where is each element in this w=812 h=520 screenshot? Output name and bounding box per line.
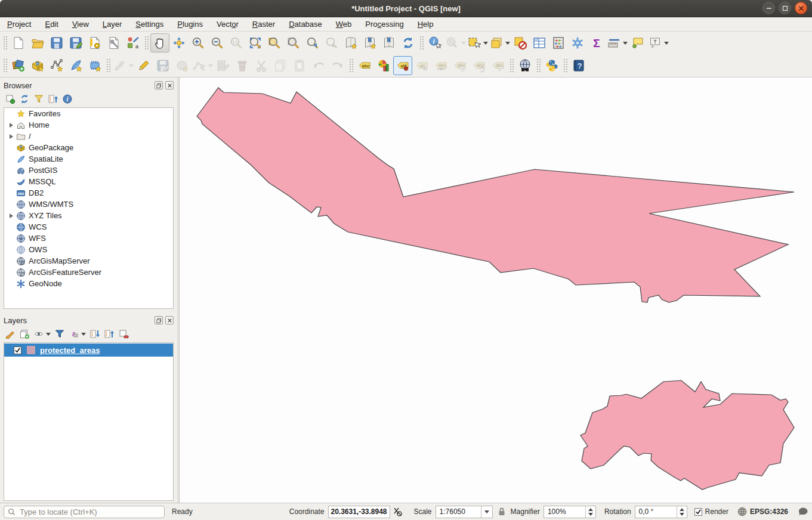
browser-item-wfs[interactable]: VWFS [4, 233, 173, 244]
browser-float-button[interactable] [155, 81, 163, 89]
collapse-all-icon[interactable] [48, 94, 58, 104]
help-button[interactable]: ? [569, 56, 588, 75]
menu-plugins[interactable]: Plugins [177, 20, 203, 29]
open-project-button[interactable] [28, 33, 47, 52]
browser-item-spatialite[interactable]: SpatiaLite [4, 153, 173, 165]
menu-view[interactable]: View [72, 20, 89, 29]
protected-area-polygon-2[interactable] [581, 380, 794, 490]
filter-browser-icon[interactable] [33, 94, 44, 104]
select-by-value-button[interactable] [489, 33, 511, 52]
expand-arrow-icon[interactable] [8, 213, 15, 218]
layer-row-protected-areas[interactable]: protected_areas [4, 343, 173, 357]
layers-close-button[interactable] [165, 316, 174, 324]
layer-styling-icon[interactable] [5, 329, 16, 339]
close-button[interactable] [795, 2, 807, 14]
toolbar-handle[interactable] [144, 36, 149, 50]
crs-globe-icon[interactable] [737, 506, 748, 517]
measure-button[interactable] [606, 33, 628, 52]
layer-diagram-button[interactable] [374, 56, 393, 75]
expand-arrow-icon[interactable] [8, 134, 15, 139]
new-geopackage-layer-button[interactable] [28, 56, 47, 75]
save-project-button[interactable] [47, 33, 66, 52]
combo-dropdown-icon[interactable] [481, 506, 492, 518]
minimize-button[interactable] [762, 2, 775, 14]
menu-vector[interactable]: Vector [217, 20, 239, 29]
browser-item-postgis[interactable]: PostGIS [4, 165, 173, 176]
save-project-as-button[interactable] [66, 33, 85, 52]
coordinate-input[interactable]: 20.3631,-33.8948 [328, 506, 390, 518]
dropdown-arrow[interactable] [664, 42, 669, 45]
rotation-spinbox[interactable]: 0,0 ° [635, 506, 687, 518]
browser-item-mssql[interactable]: MSSQL [4, 176, 173, 187]
manage-map-themes-button[interactable] [33, 329, 51, 339]
statistical-summary-button[interactable]: Σ [587, 33, 606, 52]
browser-item-wms[interactable]: WMS/WMTS [4, 199, 173, 210]
menu-processing[interactable]: Processing [365, 20, 403, 29]
browser-item-root[interactable]: / [4, 131, 173, 142]
collapse-all-icon[interactable] [104, 329, 115, 339]
metasearch-button[interactable] [515, 56, 535, 75]
select-features-button[interactable] [467, 33, 489, 52]
python-console-button[interactable] [542, 56, 561, 75]
filter-legend-icon[interactable] [54, 329, 65, 339]
identify-features-button[interactable]: i [425, 33, 444, 52]
menu-settings[interactable]: Settings [135, 20, 163, 29]
text-annotation-button[interactable]: T [647, 33, 669, 52]
menu-database[interactable]: Database [289, 20, 322, 29]
scale-combo[interactable]: 1:76050 [436, 506, 493, 518]
zoom-last-button[interactable] [303, 33, 322, 52]
crs-label[interactable]: EPSG:4326 [750, 507, 788, 516]
menu-layer[interactable]: Layer [103, 20, 122, 29]
new-project-button[interactable] [9, 33, 28, 52]
maximize-button[interactable] [779, 2, 791, 14]
toolbar-handle[interactable] [3, 58, 7, 73]
style-manager-button[interactable]: a [124, 33, 143, 52]
toolbar-handle[interactable] [3, 36, 7, 50]
layers-float-button[interactable] [155, 316, 163, 324]
zoom-out-button[interactable] [208, 33, 227, 52]
add-selected-layers-icon[interactable] [5, 94, 16, 104]
browser-item-geonode[interactable]: GeoNode [4, 278, 173, 289]
expand-arrow-icon[interactable] [8, 123, 15, 128]
zoom-to-selection-button[interactable] [265, 33, 284, 52]
bookmark-manager-button[interactable] [379, 33, 399, 52]
browser-item-geopackage[interactable]: GeoPackage [4, 142, 173, 153]
toolbar-handle[interactable] [536, 58, 541, 73]
new-shapefile-layer-button[interactable] [47, 56, 66, 75]
toolbar-handle[interactable] [349, 58, 353, 73]
zoom-in-button[interactable] [189, 33, 208, 52]
lock-scale-icon[interactable] [496, 506, 507, 517]
menu-web[interactable]: Web [336, 20, 352, 29]
toolbar-handle[interactable] [419, 36, 424, 50]
browser-item-arcgismapserver[interactable]: ArcGisMapServer [4, 255, 173, 267]
remove-layer-icon[interactable] [118, 329, 129, 339]
menu-edit[interactable]: Edit [45, 20, 58, 29]
highlight-pinned-labels-button[interactable]: ab [393, 56, 412, 75]
processing-toolbox-button[interactable] [568, 33, 587, 52]
pan-map-button[interactable] [150, 33, 169, 52]
browser-item-favorites[interactable]: Favorites [4, 108, 173, 119]
browser-item-db2[interactable]: DB2DB2 [4, 187, 173, 199]
map-tips-button[interactable] [628, 33, 647, 52]
new-bookmark-button[interactable] [341, 33, 360, 52]
browser-item-arcgisfeatureserver[interactable]: ArcGisFeatureServer [4, 267, 173, 278]
show-layout-manager-button[interactable] [104, 33, 124, 52]
render-checkbox[interactable] [694, 508, 702, 516]
data-source-manager-button[interactable] [9, 56, 28, 75]
expand-all-icon[interactable] [89, 329, 100, 339]
menu-raster[interactable]: Raster [252, 20, 275, 29]
dropdown-arrow[interactable] [623, 42, 628, 45]
zoom-to-layer-button[interactable] [284, 33, 303, 52]
layer-visibility-checkbox[interactable] [14, 346, 21, 354]
toolbar-handle[interactable] [563, 58, 567, 73]
menu-project[interactable]: Project [7, 20, 31, 29]
messages-icon[interactable] [798, 506, 808, 517]
menu-help[interactable]: Help [418, 20, 434, 29]
toolbar-handle[interactable] [106, 58, 110, 73]
browser-item-xyz[interactable]: XYZ Tiles [4, 210, 173, 221]
map-canvas[interactable] [180, 78, 812, 503]
properties-icon[interactable]: i [62, 94, 73, 104]
toolbar-handle[interactable] [510, 58, 514, 73]
add-group-icon[interactable] [19, 329, 30, 339]
toggle-editing-button[interactable] [134, 56, 153, 75]
